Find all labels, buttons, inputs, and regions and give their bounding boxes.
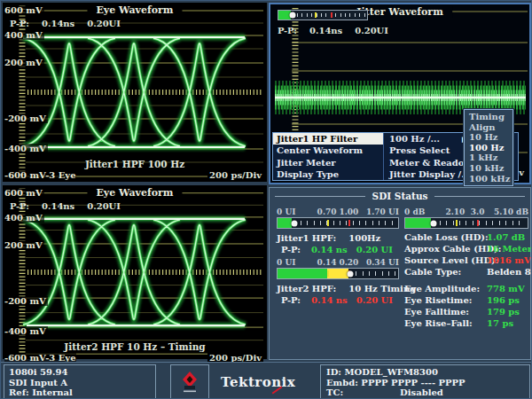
scale-tick-label: 3.0 <box>471 207 485 216</box>
scale-tick-label: 5.10 dB <box>494 207 528 216</box>
dropdown-item-1khz[interactable]: 1 kHz <box>465 153 512 163</box>
menu-item-jitter1-hp-filter[interactable]: Jitter1 HP Filter <box>273 133 383 145</box>
cable-meter-scale: 0 dB 2.10 3.0 5.10 dB <box>404 207 528 216</box>
scale-tick-label: 0.70 <box>317 207 337 216</box>
meter-element <box>392 221 393 225</box>
jitter2-hpf-row: Jitter2 HPF: 10 Hz Timing <box>277 283 399 294</box>
meter-element <box>405 218 431 228</box>
meter-element <box>379 221 379 225</box>
meter-peak-marker <box>292 220 298 226</box>
meter-element <box>345 13 346 17</box>
dropdown-item-10khz[interactable]: 10 kHz <box>465 163 512 174</box>
scale-tick-label: 0.34 UI <box>366 258 399 267</box>
y-axis-label: 600 mV <box>4 5 44 15</box>
y-axis-label: 200 mV <box>4 240 44 250</box>
dropdown-item-100hz-selected[interactable]: 100 Hz <box>465 143 512 153</box>
readout-row: Source Level (HD): 1016 mV <box>404 255 528 267</box>
instrument-id: ID: MODEL_WFM8300 <box>326 367 524 378</box>
pp-ns-value: 0.14 ns <box>311 295 348 305</box>
meter-element <box>327 220 329 226</box>
field-label: Eye Rise–Fall: <box>404 318 473 328</box>
meter-element <box>340 13 341 17</box>
y-axis-label: -200 mV <box>4 113 48 123</box>
pp-readout: P-P:0.14ns0.20UI <box>278 26 401 35</box>
readout-row: Cable Type: Belden 8281 <box>404 267 528 278</box>
readout-row: Eye Risetime: 196 ps <box>404 295 528 307</box>
dropdown-item-100khz[interactable]: 100 kHz <box>465 174 512 184</box>
alarm-status-box <box>170 364 209 399</box>
meter-element <box>512 221 513 225</box>
field-label: Cable Loss (HD): <box>404 232 489 242</box>
meter-element <box>364 13 365 17</box>
field-label: Source Level (HD): <box>404 255 498 265</box>
field-label: Eye Risetime: <box>404 295 472 305</box>
dropdown-item-10hz[interactable]: 10 Hz <box>465 132 512 143</box>
meter-element <box>331 12 332 18</box>
pp-readout: P-P:0.14ns0.20UI <box>10 201 133 211</box>
input-label: SDI Input A <box>9 378 151 388</box>
meter-element <box>346 221 347 225</box>
meter-element <box>353 221 354 225</box>
pp-ui-value: 0.20UI <box>87 19 121 28</box>
tektronix-logo: Tektronix <box>221 374 295 390</box>
meter-element <box>505 221 506 225</box>
y-axis-label: 600 mV <box>4 188 44 198</box>
waveform-caption: Jitter1 HPF 100 Hz <box>3 159 267 169</box>
meter-element <box>459 221 460 225</box>
sdi-status-header: SDI Status <box>275 191 525 201</box>
y-axis-label: -400 mV <box>4 144 48 153</box>
scale-tick-label: 0.14 <box>317 258 337 267</box>
sdi-status-tile[interactable]: SDI Status 0 UI 0.70 1.00 1.70 UI Jitter… <box>269 187 531 360</box>
pp-ui-value: 0.20UI <box>87 201 121 211</box>
pp-label: P-P: <box>10 19 29 28</box>
meter-element <box>363 271 364 276</box>
meter-element <box>440 221 441 225</box>
pp-ns-value: 0.14ns <box>42 19 74 28</box>
meter-element <box>356 271 356 276</box>
header-rule <box>434 196 525 197</box>
pp-ns-value: 0.14ns <box>309 26 342 35</box>
meter-element <box>340 221 340 225</box>
meter-element <box>492 221 493 225</box>
header-rule <box>275 196 365 197</box>
y-axis-label: 200 mV <box>4 58 44 67</box>
field-label: P-P: <box>277 295 301 305</box>
meter-element <box>301 13 302 17</box>
meter-element <box>327 269 348 278</box>
pp-readout: P-P:0.14ns0.20UI <box>10 19 133 28</box>
jitter-level-meter <box>278 10 368 20</box>
input-status-box: 1080i 59.94 SDI Input A Ref: Internal <box>4 364 156 399</box>
field-label: Jitter1 HPF: <box>277 233 336 243</box>
jitter2-meter-scale: 0 UI 0.14 0.20 0.34 UI <box>277 258 399 267</box>
meter-element <box>327 270 329 277</box>
field-label: Jitter2 HPF: <box>277 284 336 293</box>
menu-item-display-type[interactable]: Display Type <box>273 168 383 180</box>
field-value: Belden 8281 <box>487 267 532 277</box>
readout-row: Eye Falltime: 179 ps <box>404 307 528 318</box>
jitter1-hpf-row: Jitter1 HPF: 100Hz <box>277 232 399 244</box>
meter-element <box>388 271 389 276</box>
pp-label: P-P: <box>10 201 29 211</box>
menu-value-text: Jitter Display /... <box>389 169 471 179</box>
eye-waveform-tile-top[interactable]: Eye Waveform P-P:0.14ns0.20UI 600 mV 400… <box>3 3 267 182</box>
eye-waveform-tile-bottom[interactable]: Eye Waveform P-P:0.14ns0.20UI 600 mV 400… <box>3 185 267 359</box>
menu-item-center-waveform[interactable]: Center Waveform <box>273 145 383 156</box>
meter-element <box>278 269 327 278</box>
menu-item-jitter-meter[interactable]: Jitter Meter <box>273 157 383 168</box>
timecode-label: TC: <box>326 387 343 397</box>
scale-tick-label: 0 UI <box>277 258 295 267</box>
dropdown-item-align[interactable]: Align <box>465 122 512 133</box>
dropdown-item-timing[interactable]: Timing <box>465 112 512 122</box>
field-value: 100Hz <box>348 233 380 243</box>
brand-text: Tektronix <box>221 374 295 390</box>
meter-element <box>297 13 298 17</box>
field-value: 778 mV <box>487 284 525 293</box>
instrument-id-box: ID: MODEL_WFM8300 Embd: PPPP PPPP ---- P… <box>320 364 530 399</box>
meter-element <box>359 221 360 225</box>
panel-title: SDI Status <box>372 191 428 201</box>
pp-ns-value: 0.14 ns <box>311 245 348 254</box>
meter-element <box>301 221 301 225</box>
scale-tick-label: 2.10 <box>445 207 465 216</box>
meter-element <box>385 221 386 225</box>
meter-element <box>466 221 466 225</box>
